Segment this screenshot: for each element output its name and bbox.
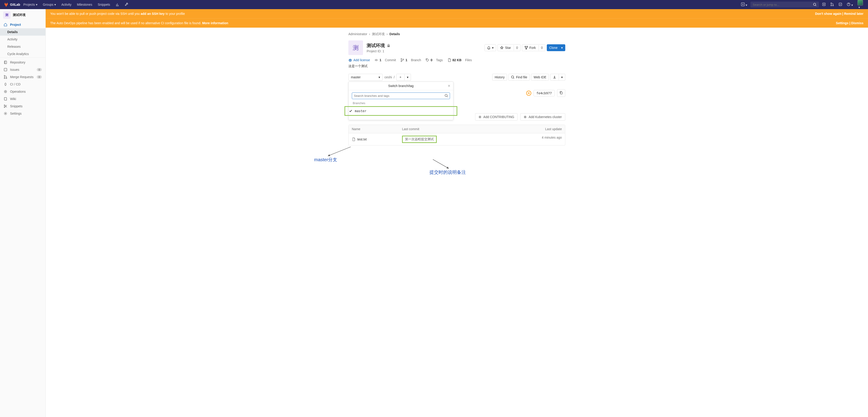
svg-point-18	[525, 46, 526, 47]
branches-stat[interactable]: 1 Branch	[400, 58, 421, 62]
path-root[interactable]: ceshi	[384, 76, 392, 79]
search-icon	[511, 76, 515, 79]
add-license-link[interactable]: Add license	[348, 58, 370, 62]
sidebar-item-merge-requests[interactable]: Merge Requests0	[0, 73, 45, 81]
help-menu[interactable]: ▾	[845, 1, 854, 8]
alert-devops-dismiss[interactable]: Dismiss	[851, 21, 863, 25]
svg-point-24	[403, 59, 404, 60]
add-k8s-button[interactable]: ⊕Add Kubernetes cluster	[520, 113, 565, 121]
gitlab-logo[interactable]: GitLab	[4, 2, 20, 7]
svg-rect-10	[4, 68, 7, 71]
download-menu: ▾	[550, 74, 565, 81]
breadcrumb-project[interactable]: 测试环境	[372, 32, 385, 36]
breadcrumb-admin[interactable]: Administrator	[348, 32, 367, 36]
nav-analytics-icon[interactable]	[113, 0, 121, 9]
nav-activity[interactable]: Activity	[59, 0, 74, 9]
pipeline-status[interactable]	[526, 91, 531, 96]
branch-selected-label: master	[351, 76, 361, 79]
branch-item-master[interactable]: master	[344, 106, 457, 116]
find-file-label: Find file	[516, 76, 527, 79]
commit-sha[interactable]: fe4cb977	[533, 90, 555, 96]
breadcrumb-current: Details	[390, 32, 400, 36]
files-stat[interactable]: 82 KB Files	[447, 58, 472, 62]
svg-point-4	[831, 3, 832, 4]
sidebar-item-issues[interactable]: Issues0	[0, 66, 45, 73]
sidebar-item-details[interactable]: Details	[0, 28, 45, 36]
sidebar-item-operations[interactable]: Operations	[0, 88, 45, 95]
plus-circle-icon: ⊕	[524, 115, 527, 119]
todos-shortcut[interactable]	[837, 1, 844, 8]
fork-label: Fork	[529, 46, 536, 50]
star-button[interactable]: Star0	[497, 44, 520, 51]
branch-selector[interactable]: master ▾	[348, 74, 383, 81]
sidebar-item-wiki[interactable]: Wiki	[0, 95, 45, 102]
svg-point-13	[6, 78, 7, 79]
sidebar-item-settings[interactable]: Settings	[0, 110, 45, 117]
file-icon	[352, 138, 355, 141]
sidebar-item-project[interactable]: Project	[0, 21, 45, 28]
add-contributing-button[interactable]: ⊕Add CONTRIBUTING	[475, 113, 518, 121]
sidebar-item-ci-cd[interactable]: CI / CD	[0, 81, 45, 88]
alert-devops-moreinfo[interactable]: More information	[202, 21, 228, 25]
alert-devops-settings[interactable]: Settings	[836, 21, 848, 25]
commit-msg-cell: 第一次远程提交测试	[402, 136, 525, 143]
add-button[interactable]: ＋	[396, 74, 405, 81]
copy-sha-button[interactable]	[557, 89, 565, 97]
sidebar-wiki-label: Wiki	[10, 97, 16, 101]
nav-projects[interactable]: Projects ▾	[21, 0, 39, 9]
issues-shortcut[interactable]	[821, 1, 827, 8]
tags-stat[interactable]: 0 Tags	[426, 58, 443, 62]
sidebar-mr-label: Merge Requests	[10, 75, 34, 79]
sidebar-header[interactable]: 测 测试环境	[0, 9, 45, 21]
clone-button[interactable]: Clone ▾	[547, 44, 565, 51]
nav-milestones[interactable]: Milestones	[75, 0, 95, 9]
alert-ssh-dontshow[interactable]: Don't show again	[815, 12, 841, 16]
chevron-down-icon: ▾	[851, 3, 853, 7]
dropdown-close[interactable]: ✕	[448, 84, 451, 88]
annotation-arrow-left	[326, 144, 353, 158]
sidebar-item-repository[interactable]: Repository	[0, 59, 45, 66]
branch-search-input[interactable]	[352, 92, 450, 99]
commit-icon	[374, 58, 378, 62]
sidebar-item-cycle-analytics[interactable]: Cycle Analytics	[0, 50, 45, 58]
sidebar-item-activity[interactable]: Activity	[0, 36, 45, 43]
project-title: 测试环境	[367, 42, 385, 49]
star-count: 0	[514, 45, 520, 51]
alert-ssh-bold[interactable]: add an SSH key	[141, 12, 165, 16]
download-dropdown[interactable]: ▾	[559, 74, 565, 81]
plus-menu[interactable]: ▾	[740, 1, 749, 8]
alert-ssh-remind[interactable]: Remind later	[844, 12, 863, 16]
sidebar-item-releases[interactable]: Releases	[0, 43, 45, 50]
file-row[interactable]: test.txt 第一次远程提交测试 4 minutes ago	[349, 133, 565, 145]
copy-icon	[559, 91, 563, 94]
col-commit-header: Last commit	[402, 127, 525, 131]
mr-shortcut[interactable]	[829, 1, 835, 8]
add-dropdown[interactable]: ▾	[405, 74, 411, 81]
sidebar-item-snippets[interactable]: Snippets	[0, 102, 45, 110]
commits-stat[interactable]: 1 Commit	[374, 58, 396, 62]
branch-item-label: master	[355, 109, 366, 113]
search-input[interactable]	[753, 3, 812, 6]
web-ide-button[interactable]: Web IDE	[531, 74, 549, 81]
branch-icon	[400, 58, 404, 62]
find-file-button[interactable]: Find file	[508, 74, 530, 81]
home-icon	[4, 23, 7, 27]
svg-point-11	[4, 76, 5, 76]
chevron-down-icon: ▾	[561, 46, 563, 50]
commit-msg[interactable]: 第一次远程提交测试	[402, 136, 437, 143]
project-description: 这是一个测试	[348, 63, 565, 74]
file-name[interactable]: test.txt	[357, 138, 367, 141]
commits-count: 1	[379, 58, 381, 62]
svg-point-6	[833, 5, 834, 6]
nav-groups[interactable]: Groups ▾	[41, 0, 58, 9]
nav-tools-icon[interactable]	[122, 0, 131, 9]
nav-snippets[interactable]: Snippets	[95, 0, 112, 9]
notification-button[interactable]: ▾	[485, 44, 496, 51]
download-button[interactable]	[550, 74, 559, 81]
history-button[interactable]: History	[492, 74, 507, 81]
nav-groups-label: Groups	[43, 3, 54, 6]
global-search[interactable]	[750, 2, 819, 7]
star-label: Star	[505, 46, 511, 50]
sidebar-cicd-label: CI / CD	[10, 83, 21, 86]
fork-button[interactable]: Fork0	[522, 44, 546, 51]
